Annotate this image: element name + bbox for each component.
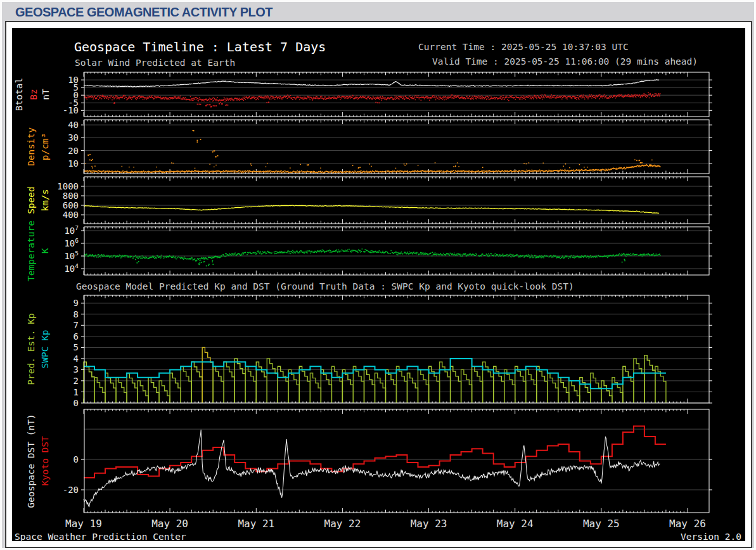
svg-text:Pred. Est. Kp: Pred. Est. Kp: [26, 313, 36, 385]
svg-text:10: 10: [68, 158, 79, 169]
svg-text:106: 106: [64, 237, 79, 248]
svg-text:-10: -10: [63, 105, 79, 115]
svg-text:May 22: May 22: [324, 518, 361, 530]
page-background: GEOSPACE GEOMAGNETIC ACTIVITY PLOT 1050-…: [0, 0, 756, 550]
svg-text:600: 600: [63, 200, 79, 210]
svg-text:Density: Density: [26, 127, 36, 166]
svg-text:40: 40: [68, 120, 79, 130]
svg-text:May 23: May 23: [411, 518, 447, 530]
svg-text:SWPC Kp: SWPC Kp: [40, 329, 50, 368]
svg-text:May 26: May 26: [669, 518, 706, 530]
svg-text:1: 1: [74, 387, 79, 397]
kp-dst-section-title: Geospace Model Predicted Kp and DST (Gro…: [76, 281, 574, 291]
current-time-label: Current Time : 2025-05-25 10:37:03 UTC: [418, 42, 629, 52]
svg-text:1000: 1000: [57, 181, 79, 191]
footer-version-label: Version 2.0: [681, 532, 741, 542]
plot-subtitle: Solar Wind Predicted at Earth: [75, 58, 235, 68]
svg-text:Btotal: Btotal: [14, 78, 24, 111]
svg-text:May 25: May 25: [583, 518, 620, 530]
footer-source-label: Space Weather Prediction Center: [15, 532, 186, 542]
svg-text:Speed: Speed: [26, 186, 36, 214]
valid-time-label: Valid Time : 2025-05-25 11:06:00 (29 min…: [432, 56, 698, 67]
svg-text:104: 104: [64, 262, 79, 274]
svg-text:May 24: May 24: [497, 518, 534, 530]
svg-text:May 21: May 21: [238, 518, 274, 530]
svg-text:0: 0: [74, 454, 79, 464]
plot-canvas: 1050-5-10BtotalBznT40302010Densityp/cm³1…: [12, 28, 745, 541]
svg-text:3: 3: [74, 364, 79, 374]
svg-text:May 20: May 20: [151, 518, 188, 530]
svg-text:p/cm³: p/cm³: [40, 133, 50, 161]
svg-text:-20: -20: [63, 485, 79, 495]
svg-text:30: 30: [68, 132, 79, 143]
plot-frame: 1050-5-10BtotalBznT40302010Densityp/cm³1…: [5, 21, 752, 548]
plot-title: Geospace Timeline : Latest 7 Days: [74, 39, 326, 54]
svg-text:2: 2: [74, 376, 79, 386]
svg-text:7: 7: [74, 320, 79, 330]
page-title: GEOSPACE GEOMAGNETIC ACTIVITY PLOT: [15, 5, 272, 20]
svg-text:800: 800: [63, 191, 79, 201]
svg-text:9: 9: [74, 298, 79, 308]
svg-text:May 19: May 19: [65, 518, 102, 530]
svg-text:6: 6: [74, 331, 79, 342]
svg-text:0: 0: [74, 398, 79, 408]
svg-text:Geospace DST (nT): Geospace DST (nT): [26, 414, 36, 508]
svg-text:K: K: [40, 248, 50, 253]
svg-text:nT: nT: [41, 89, 51, 100]
svg-text:400: 400: [63, 210, 79, 220]
svg-text:4: 4: [74, 354, 79, 364]
svg-text:Temperature: Temperature: [26, 221, 36, 281]
svg-text:107: 107: [64, 224, 79, 236]
svg-text:Bz: Bz: [29, 89, 39, 99]
svg-text:105: 105: [64, 250, 79, 261]
svg-text:20: 20: [68, 146, 79, 156]
svg-text:8: 8: [74, 309, 79, 319]
svg-text:5: 5: [74, 342, 79, 352]
svg-text:Kyoto DST: Kyoto DST: [40, 436, 50, 486]
svg-text:km/s: km/s: [40, 189, 50, 212]
